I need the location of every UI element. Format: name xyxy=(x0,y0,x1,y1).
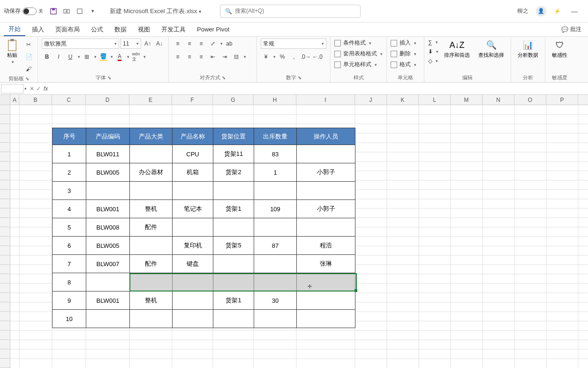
sensitivity-button[interactable]: 🛡 敏感性 xyxy=(549,38,570,60)
align-middle-icon[interactable]: ≡ xyxy=(184,38,195,49)
column-header[interactable]: O xyxy=(514,95,546,105)
table-cell[interactable] xyxy=(173,291,213,310)
table-cell[interactable] xyxy=(213,310,254,328)
table-cell[interactable]: 7 xyxy=(53,255,86,273)
table-header-cell[interactable]: 操作人员 xyxy=(297,128,355,145)
fx-icon[interactable]: fx xyxy=(44,85,48,92)
underline-button[interactable]: U xyxy=(65,52,75,62)
table-cell[interactable] xyxy=(130,145,173,163)
wrap-text-icon[interactable]: ab xyxy=(224,38,234,49)
username[interactable]: 柳之 xyxy=(517,7,528,15)
dropdown-icon[interactable]: ▾ xyxy=(89,8,97,15)
column-header[interactable]: D xyxy=(86,95,129,105)
row-header[interactable] xyxy=(0,143,10,152)
paste-button[interactable]: 粘贴 ▾ xyxy=(4,38,21,65)
table-cell[interactable] xyxy=(86,310,130,328)
fill-color-icon[interactable]: 🪣 xyxy=(98,52,108,62)
tab-powerpivot[interactable]: Power Pivot xyxy=(192,24,234,35)
table-cell[interactable] xyxy=(130,237,173,255)
table-cell[interactable] xyxy=(297,182,355,200)
table-header-cell[interactable]: 货架位置 xyxy=(213,128,254,145)
copy-icon[interactable]: 📄 xyxy=(23,52,34,62)
analyze-data-button[interactable]: 📊 分析数据 xyxy=(515,38,541,60)
table-cell[interactable]: 小郭子 xyxy=(297,200,355,218)
row-header[interactable] xyxy=(0,115,10,124)
row-header[interactable] xyxy=(0,152,10,161)
row-header[interactable] xyxy=(0,133,10,143)
italic-button[interactable]: I xyxy=(53,52,64,62)
font-name-select[interactable]: 微软雅黑▾ xyxy=(42,38,119,49)
row-header[interactable] xyxy=(0,265,10,274)
avatar-icon[interactable]: 👤 xyxy=(536,6,546,16)
increase-decimal-icon[interactable]: .0→ xyxy=(301,52,311,62)
table-cell[interactable] xyxy=(130,273,173,291)
row-header[interactable] xyxy=(0,321,10,330)
phonetic-icon[interactable]: wén文 xyxy=(131,52,141,62)
table-cell[interactable] xyxy=(297,310,355,328)
tab-developer[interactable]: 开发工具 xyxy=(157,23,190,36)
formula-input[interactable] xyxy=(51,84,588,93)
table-cell[interactable]: 配件 xyxy=(130,218,173,237)
autosave-toggle[interactable]: 动保存 关 xyxy=(4,7,43,15)
table-cell[interactable] xyxy=(297,145,355,163)
table-cell[interactable]: 键盘 xyxy=(173,255,213,273)
font-size-select[interactable]: 11▾ xyxy=(121,38,141,49)
conditional-format-button[interactable]: 条件格式▾ xyxy=(334,38,383,47)
tab-home[interactable]: 开始 xyxy=(4,23,25,36)
align-bottom-icon[interactable]: ≡ xyxy=(196,38,206,49)
comma-icon[interactable]: , xyxy=(289,52,299,62)
table-cell[interactable]: 货架1 xyxy=(213,291,254,310)
table-header-cell[interactable]: 出库数量 xyxy=(254,128,297,145)
row-header[interactable] xyxy=(0,161,10,171)
table-cell[interactable] xyxy=(130,182,173,200)
table-header-cell[interactable]: 产品名称 xyxy=(173,128,213,145)
border-icon[interactable]: ⊞ xyxy=(82,52,92,62)
table-cell[interactable]: 货架1 xyxy=(213,200,254,218)
column-header[interactable]: G xyxy=(213,95,254,105)
table-cell[interactable]: 笔记本 xyxy=(173,200,213,218)
row-header[interactable] xyxy=(0,284,10,293)
table-cell[interactable]: BLW001 xyxy=(86,200,130,218)
table-cell[interactable] xyxy=(254,310,297,328)
undo-icon[interactable] xyxy=(63,8,70,15)
table-cell[interactable] xyxy=(173,273,213,291)
table-cell[interactable] xyxy=(297,218,355,237)
table-cell[interactable]: 87 xyxy=(254,237,297,255)
table-cell[interactable] xyxy=(213,182,254,200)
fill-button[interactable]: ⬇▾ xyxy=(428,48,438,55)
row-header[interactable] xyxy=(0,190,10,199)
format-cells-button[interactable]: 格式▾ xyxy=(391,60,416,69)
select-all-corner[interactable] xyxy=(0,95,10,105)
row-header[interactable] xyxy=(0,227,10,237)
cut-icon[interactable]: ✂ xyxy=(23,39,34,50)
table-cell[interactable] xyxy=(130,310,173,328)
table-format-button[interactable]: 套用表格格式▾ xyxy=(334,49,383,58)
column-header[interactable]: J xyxy=(355,95,387,105)
table-cell[interactable]: BLW001 xyxy=(86,291,130,310)
table-cell[interactable]: 张琳 xyxy=(297,255,355,273)
tab-formulas[interactable]: 公式 xyxy=(86,23,108,36)
number-format-select[interactable]: 常规▾ xyxy=(261,38,326,49)
row-header[interactable] xyxy=(0,124,10,133)
column-header[interactable]: B xyxy=(19,95,52,105)
table-cell[interactable] xyxy=(254,218,297,237)
dialog-launcher-icon[interactable]: ⬊ xyxy=(222,75,226,80)
row-header[interactable] xyxy=(0,330,10,340)
cells-area[interactable]: 序号产品编码产品大类产品名称货架位置出库数量操作人员 1BLW011CPU货架1… xyxy=(10,105,588,368)
table-cell[interactable]: 6 xyxy=(53,237,86,255)
table-cell[interactable]: 整机 xyxy=(130,291,173,310)
table-cell[interactable]: 货架2 xyxy=(213,163,254,182)
bold-button[interactable]: B xyxy=(42,52,52,62)
tab-layout[interactable]: 页面布局 xyxy=(51,23,84,36)
dialog-launcher-icon[interactable]: ⬊ xyxy=(25,76,29,81)
align-center-icon[interactable]: ≡ xyxy=(184,52,195,62)
table-cell[interactable] xyxy=(213,218,254,237)
table-header-cell[interactable]: 产品编码 xyxy=(86,128,130,145)
table-cell[interactable]: 货架11 xyxy=(213,145,254,163)
table-cell[interactable] xyxy=(213,273,254,291)
column-header[interactable]: C xyxy=(52,95,86,105)
decrease-decimal-icon[interactable]: ←.0 xyxy=(312,52,323,62)
row-header[interactable] xyxy=(0,340,10,349)
column-header[interactable]: L xyxy=(419,95,451,105)
increase-indent-icon[interactable]: ⇥ xyxy=(219,52,230,62)
